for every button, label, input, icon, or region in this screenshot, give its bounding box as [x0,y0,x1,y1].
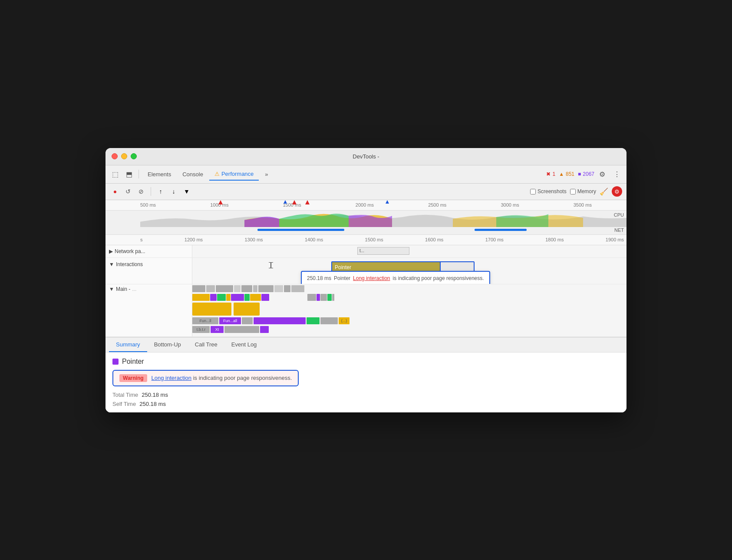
memory-toggle[interactable]: Memory [570,188,596,194]
tooltip-ms: 250.18 ms [307,275,331,281]
zoom-tick-1800: 1800 ms [545,237,564,242]
main-track: ▼ Main - ... [106,284,626,337]
main-arrow: ▼ [109,286,114,292]
net-bar-2 [475,229,527,231]
main-track-label: ▼ Main - ... [106,284,192,336]
tab-more[interactable]: » [260,168,273,180]
tab-console[interactable]: Console [177,168,208,180]
zoom-tick-1300: 1300 ms [244,237,263,242]
bottom-panel: Summary Bottom-Up Call Tree Event Log Po… [106,337,626,412]
network-track-label: ▶ Network pa... [106,245,192,257]
close-button[interactable] [112,153,118,159]
self-time-label: Self Time [112,401,136,407]
cpu-label: CPU [614,212,624,217]
interactions-label-text: Interactions [116,261,143,267]
tooltip-type: Pointer [334,275,350,281]
net-label: NET [614,227,624,233]
long-interaction-link[interactable]: Long interaction [152,375,192,381]
tooltip-input-delay: Input delay 5ms [307,283,484,284]
warning-text: Long interaction is indicating poor page… [152,375,292,381]
self-time-row: Self Time 250.18 ms [112,401,620,407]
error-badge: ✖ 1 [546,171,555,177]
main-bottom-row-2: t.b.t.r Xt [192,326,453,333]
title-bar: DevTools - [106,148,626,165]
settings-icon[interactable]: ⚙ [596,168,608,180]
error-icon: ✖ [546,171,551,177]
total-time-value: 250.18 ms [142,392,168,398]
tab-call-tree[interactable]: Call Tree [188,338,224,352]
main-color-row-2 [307,294,626,301]
tab-bar: Elements Console ⚠ Performance » [142,168,541,181]
tick-2500ms: 2500 ms [428,202,446,208]
download-button[interactable]: ↓ [168,186,179,197]
zoom-ruler: s 1200 ms 1300 ms 1400 ms 1500 ms 1600 m… [106,235,626,245]
cursor-icon[interactable]: ⬚ [109,168,121,180]
error-badges: ✖ 1 ▲ 851 ■ 2067 [546,171,594,177]
screenshots-toggle[interactable]: Screenshots [530,188,567,194]
broom-icon[interactable]: 🧹 [600,188,608,196]
reload-button[interactable]: ↺ [123,186,133,197]
tooltip-warning-link[interactable]: Long interaction [353,275,390,281]
interactions-arrow: ▼ [109,261,114,267]
tab-elements[interactable]: Elements [142,168,176,180]
record-right: Screenshots Memory 🧹 ⚙ [530,186,622,197]
memory-checkbox[interactable] [570,189,576,194]
separator [138,170,139,178]
warning-box: Warning Long interaction is indicating p… [112,370,299,386]
zoom-tick-1600: 1600 ms [425,237,443,242]
dropdown-button[interactable]: ▼ [181,186,192,197]
toolbar-right: ⚙ ⋮ [596,168,623,180]
marker-red-3 [305,200,310,204]
zoom-tick-1500: 1500 ms [365,237,383,242]
record-bar: ● ↺ ⊘ ↑ ↓ ▼ Screenshots Memory 🧹 ⚙ [106,184,626,200]
record-button[interactable]: ● [110,186,120,197]
minimize-button[interactable] [121,153,127,159]
maximize-button[interactable] [131,153,137,159]
stats-section: Total Time 250.18 ms Self Time 250.18 ms [112,392,620,407]
network-t-block: t... [357,247,409,255]
main-gray-row [192,285,605,292]
self-time-value: 250.18 ms [139,401,166,407]
tab-event-log[interactable]: Event Log [224,338,264,352]
upload-button[interactable]: ↑ [155,186,166,197]
separator [151,187,151,196]
main-yellow-block-2 [234,303,260,316]
main-bottom-row: Fun...ll Fun...all (...) [192,317,626,324]
zoom-ruler-ticks: s 1200 ms 1300 ms 1400 ms 1500 ms 1600 m… [106,237,626,242]
more-icon[interactable]: ⋮ [611,168,623,180]
tick-2000ms: 2000 ms [356,202,374,208]
interaction-tooltip: 250.18 ms Pointer Long interaction is in… [301,271,490,284]
tab-performance[interactable]: ⚠ Performance [209,168,259,181]
bottom-content: Pointer Warning Long interaction is indi… [106,352,626,412]
bottom-tabs: Summary Bottom-Up Call Tree Event Log [106,338,626,352]
info-icon: ■ [578,171,581,177]
pointer-block-label: Pointer [335,264,351,270]
traffic-lights [112,153,137,159]
inspect-icon[interactable]: ⬒ [123,168,135,180]
main-toolbar: ⬚ ⬒ Elements Console ⚠ Performance » ✖ 1… [106,165,626,184]
summary-title-text: Pointer [122,358,144,366]
info-badge: ■ 2067 [578,171,594,177]
tab-summary[interactable]: Summary [109,338,147,352]
network-arrow: ▶ [109,248,113,254]
clear-button[interactable]: ⊘ [136,186,146,197]
zoom-tick-1200: 1200 ms [185,237,203,242]
tooltip-input-delay-value: 5ms [334,283,344,284]
main-yellow-block [192,303,231,316]
main-sublabel: ... [132,286,136,292]
warning-suffix: is indicating poor page responsiveness. [193,375,292,381]
marker-red-2 [292,200,297,204]
active-settings-icon[interactable]: ⚙ [612,186,622,197]
tab-bottom-up[interactable]: Bottom-Up [147,338,188,352]
screenshots-checkbox[interactable] [530,189,536,194]
timeline-overview-ruler: 500 ms 1000 ms 1500 ms 2000 ms 2500 ms 3… [106,200,626,211]
warning-icon: ▲ [559,171,564,177]
main-label-text: Main - [116,286,130,292]
interactions-track-label: ▼ Interactions [106,258,192,284]
cpu-net-area: CPU NET [106,211,626,235]
window-title: DevTools - [353,153,379,160]
cpu-graph [106,211,626,227]
tick-500ms: 500 ms [140,202,156,208]
interaction-tick [270,262,271,268]
network-track-content: t... [192,245,626,257]
